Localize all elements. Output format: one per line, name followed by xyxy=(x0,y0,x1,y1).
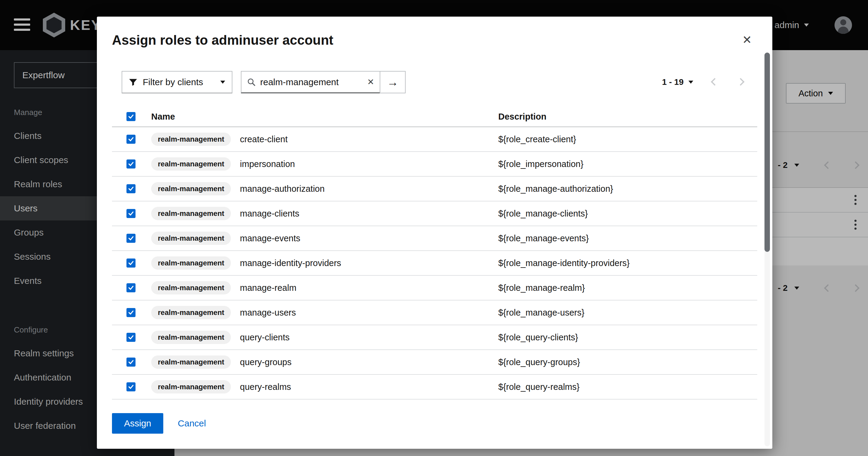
client-pill: realm-management xyxy=(151,306,231,319)
table-row: realm-management impersonation ${role_im… xyxy=(112,152,757,177)
clear-icon: ✕ xyxy=(367,77,374,87)
table-row: realm-management manage-events ${role_ma… xyxy=(112,226,757,251)
row-checkbox[interactable] xyxy=(126,160,135,169)
page: KEYCLOAK admin Expertflow Manage Clients… xyxy=(0,0,868,456)
client-pill: realm-management xyxy=(151,232,231,245)
client-pill: realm-management xyxy=(151,331,231,344)
close-button[interactable]: ✕ xyxy=(742,34,752,46)
select-all-checkbox[interactable] xyxy=(126,112,135,121)
chevron-down-icon xyxy=(688,81,693,84)
check-icon xyxy=(128,310,134,316)
check-icon xyxy=(128,285,134,291)
cancel-button[interactable]: Cancel xyxy=(178,418,206,429)
pagination-range-label: 1 - 19 xyxy=(662,77,684,87)
client-pill: realm-management xyxy=(151,182,231,195)
check-icon xyxy=(128,359,134,365)
row-checkbox[interactable] xyxy=(126,283,135,292)
modal-scrollbar-thumb[interactable] xyxy=(765,53,770,252)
table-body: realm-management create-client ${role_cr… xyxy=(112,127,757,400)
arrow-right-icon: → xyxy=(387,76,398,89)
table-row: realm-management query-groups ${role_que… xyxy=(112,350,757,375)
table-row: realm-management manage-realm ${role_man… xyxy=(112,276,757,301)
table-row: realm-management create-client ${role_cr… xyxy=(112,127,757,152)
table-row: realm-management manage-users ${role_man… xyxy=(112,301,757,325)
row-checkbox[interactable] xyxy=(126,382,135,391)
role-search-input[interactable] xyxy=(260,77,363,87)
client-pill: realm-management xyxy=(151,133,231,146)
row-checkbox[interactable] xyxy=(126,209,135,218)
role-name: manage-authorization xyxy=(240,184,325,194)
role-name: impersonation xyxy=(240,159,295,169)
check-icon xyxy=(128,334,134,340)
table-row: realm-management manage-authorization ${… xyxy=(112,177,757,201)
role-description: ${role_query-clients} xyxy=(498,333,578,342)
filter-by-clients-dropdown[interactable]: Filter by clients xyxy=(122,71,232,93)
table-row: realm-management query-clients ${role_qu… xyxy=(112,325,757,350)
modal-toolbar: Filter by clients ✕ → 1 - 19 xyxy=(122,71,757,93)
client-pill: realm-management xyxy=(151,157,231,171)
role-description: ${role_manage-authorization} xyxy=(498,184,613,194)
search-box: ✕ xyxy=(241,71,380,93)
row-checkbox[interactable] xyxy=(126,333,135,342)
check-icon xyxy=(128,114,134,120)
row-checkbox[interactable] xyxy=(126,358,135,367)
row-checkbox[interactable] xyxy=(126,308,135,317)
role-name: create-client xyxy=(240,134,288,144)
role-description: ${role_query-realms} xyxy=(498,382,580,392)
pagination-prev-button[interactable] xyxy=(710,77,719,87)
chevron-right-icon xyxy=(737,78,744,85)
roles-table: Name Description xyxy=(112,107,757,400)
client-pill: realm-management xyxy=(151,207,231,220)
check-icon xyxy=(128,384,134,390)
role-name: query-realms xyxy=(240,382,291,392)
modal-scrollbar-track[interactable] xyxy=(765,53,770,446)
column-header-name: Name xyxy=(151,112,175,122)
assign-roles-modal: Assign roles to adminuser account ✕ Filt… xyxy=(97,17,772,449)
row-checkbox[interactable] xyxy=(126,135,135,144)
modal-pagination: 1 - 19 xyxy=(662,77,745,87)
role-description: ${role_query-groups} xyxy=(498,357,580,367)
role-name: manage-clients xyxy=(240,209,300,219)
chevron-down-icon xyxy=(220,81,225,84)
row-checkbox[interactable] xyxy=(126,258,135,267)
row-checkbox[interactable] xyxy=(126,184,135,193)
assign-button[interactable]: Assign xyxy=(112,413,163,434)
table-header-row: Name Description xyxy=(112,107,757,127)
role-name: manage-identity-providers xyxy=(240,258,341,268)
search-icon xyxy=(247,78,256,87)
client-pill: realm-management xyxy=(151,256,231,270)
role-name: query-clients xyxy=(240,333,289,342)
role-name: manage-realm xyxy=(240,283,297,293)
role-name: manage-users xyxy=(240,308,296,318)
client-pill: realm-management xyxy=(151,380,231,394)
check-icon xyxy=(128,186,134,192)
role-description: ${role_manage-identity-providers} xyxy=(498,258,629,268)
role-description: ${role_manage-clients} xyxy=(498,209,588,218)
search-submit-button[interactable]: → xyxy=(380,71,406,93)
role-description: ${role_manage-realm} xyxy=(498,283,585,293)
client-pill: realm-management xyxy=(151,355,231,369)
modal-footer: Assign Cancel xyxy=(112,413,757,449)
check-icon xyxy=(128,260,134,266)
check-icon xyxy=(128,210,134,217)
client-pill: realm-management xyxy=(151,281,231,294)
role-description: ${role_create-client} xyxy=(498,134,576,144)
pagination-next-button[interactable] xyxy=(736,77,745,87)
chevron-left-icon xyxy=(711,78,718,85)
role-name: query-groups xyxy=(240,357,291,367)
pagination-range-dropdown[interactable]: 1 - 19 xyxy=(662,77,693,87)
column-header-description: Description xyxy=(498,112,547,121)
role-description: ${role_impersonation} xyxy=(498,159,583,169)
row-checkbox[interactable] xyxy=(126,234,135,243)
modal-header: Assign roles to adminuser account xyxy=(112,17,757,48)
check-icon xyxy=(128,161,134,167)
table-row: realm-management manage-identity-provide… xyxy=(112,251,757,276)
modal-title: Assign roles to adminuser account xyxy=(112,32,334,48)
role-description: ${role_manage-users} xyxy=(498,308,584,317)
clear-search-button[interactable]: ✕ xyxy=(367,78,374,86)
table-row: realm-management query-realms ${role_que… xyxy=(112,375,757,400)
role-description: ${role_manage-events} xyxy=(498,233,589,243)
check-icon xyxy=(128,235,134,241)
table-row: realm-management manage-clients ${role_m… xyxy=(112,201,757,226)
filter-icon xyxy=(129,78,137,86)
